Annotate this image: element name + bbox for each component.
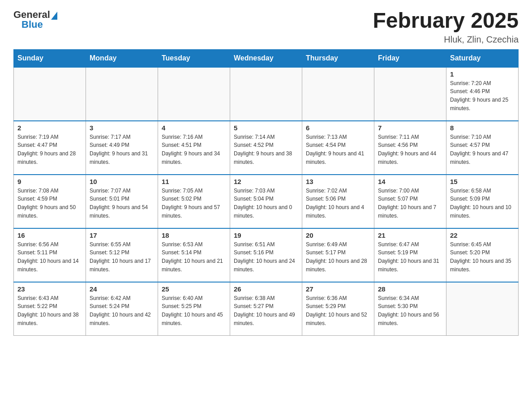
calendar-cell: 22Sunrise: 6:45 AMSunset: 5:20 PMDayligh… bbox=[446, 228, 519, 282]
calendar-cell: 1Sunrise: 7:20 AMSunset: 4:46 PMDaylight… bbox=[446, 67, 519, 121]
day-info: Sunrise: 7:16 AMSunset: 4:51 PMDaylight:… bbox=[162, 133, 226, 166]
day-info: Sunrise: 7:14 AMSunset: 4:52 PMDaylight:… bbox=[234, 133, 298, 166]
day-number: 27 bbox=[306, 285, 370, 293]
calendar-cell: 19Sunrise: 6:51 AMSunset: 5:16 PMDayligh… bbox=[230, 228, 302, 282]
day-number: 6 bbox=[306, 124, 370, 132]
calendar-cell: 7Sunrise: 7:11 AMSunset: 4:56 PMDaylight… bbox=[374, 121, 446, 175]
day-number: 17 bbox=[90, 231, 154, 239]
day-info: Sunrise: 6:38 AMSunset: 5:27 PMDaylight:… bbox=[234, 294, 298, 327]
month-title: February 2025 bbox=[373, 9, 519, 33]
column-header-wednesday: Wednesday bbox=[230, 49, 302, 67]
logo-triangle-icon bbox=[51, 12, 57, 20]
calendar-cell: 3Sunrise: 7:17 AMSunset: 4:49 PMDaylight… bbox=[86, 121, 158, 175]
day-number: 22 bbox=[450, 231, 515, 239]
day-info: Sunrise: 6:47 AMSunset: 5:19 PMDaylight:… bbox=[378, 240, 442, 274]
day-number: 2 bbox=[17, 124, 82, 132]
calendar-cell: 25Sunrise: 6:40 AMSunset: 5:25 PMDayligh… bbox=[158, 282, 230, 336]
column-header-tuesday: Tuesday bbox=[158, 49, 230, 67]
day-info: Sunrise: 6:36 AMSunset: 5:29 PMDaylight:… bbox=[306, 294, 370, 327]
calendar-cell bbox=[374, 67, 446, 121]
day-number: 21 bbox=[378, 231, 442, 239]
day-number: 26 bbox=[234, 285, 298, 293]
calendar-cell: 15Sunrise: 6:58 AMSunset: 5:09 PMDayligh… bbox=[446, 175, 519, 228]
calendar-cell: 26Sunrise: 6:38 AMSunset: 5:27 PMDayligh… bbox=[230, 282, 302, 336]
day-info: Sunrise: 6:34 AMSunset: 5:30 PMDaylight:… bbox=[378, 294, 442, 327]
column-header-friday: Friday bbox=[374, 49, 446, 67]
day-info: Sunrise: 7:05 AMSunset: 5:02 PMDaylight:… bbox=[162, 187, 226, 220]
day-info: Sunrise: 7:20 AMSunset: 4:46 PMDaylight:… bbox=[450, 79, 515, 112]
day-info: Sunrise: 7:00 AMSunset: 5:07 PMDaylight:… bbox=[378, 187, 442, 220]
day-number: 14 bbox=[378, 178, 442, 185]
day-info: Sunrise: 6:43 AMSunset: 5:22 PMDaylight:… bbox=[17, 294, 82, 327]
day-number: 4 bbox=[162, 124, 226, 132]
day-info: Sunrise: 6:53 AMSunset: 5:14 PMDaylight:… bbox=[162, 240, 226, 274]
day-info: Sunrise: 6:51 AMSunset: 5:16 PMDaylight:… bbox=[234, 240, 298, 274]
day-info: Sunrise: 6:45 AMSunset: 5:20 PMDaylight:… bbox=[450, 240, 515, 274]
calendar-cell: 11Sunrise: 7:05 AMSunset: 5:02 PMDayligh… bbox=[158, 175, 230, 228]
calendar-cell: 10Sunrise: 7:07 AMSunset: 5:01 PMDayligh… bbox=[86, 175, 158, 228]
week-row-4: 16Sunrise: 6:56 AMSunset: 5:11 PMDayligh… bbox=[14, 228, 519, 282]
day-number: 25 bbox=[162, 285, 226, 293]
calendar-cell: 2Sunrise: 7:19 AMSunset: 4:47 PMDaylight… bbox=[14, 121, 86, 175]
day-info: Sunrise: 6:42 AMSunset: 5:24 PMDaylight:… bbox=[90, 294, 154, 327]
calendar-cell: 21Sunrise: 6:47 AMSunset: 5:19 PMDayligh… bbox=[374, 228, 446, 282]
week-row-3: 9Sunrise: 7:08 AMSunset: 4:59 PMDaylight… bbox=[14, 175, 519, 228]
calendar-cell: 6Sunrise: 7:13 AMSunset: 4:54 PMDaylight… bbox=[302, 121, 374, 175]
day-info: Sunrise: 7:11 AMSunset: 4:56 PMDaylight:… bbox=[378, 133, 442, 166]
calendar-cell bbox=[158, 67, 230, 121]
page-header: General Blue February 2025 Hluk, Zlin, C… bbox=[13, 9, 519, 45]
day-info: Sunrise: 7:03 AMSunset: 5:04 PMDaylight:… bbox=[234, 187, 298, 220]
day-number: 3 bbox=[90, 124, 154, 132]
day-info: Sunrise: 7:02 AMSunset: 5:06 PMDaylight:… bbox=[306, 187, 370, 220]
calendar-cell: 16Sunrise: 6:56 AMSunset: 5:11 PMDayligh… bbox=[14, 228, 86, 282]
day-info: Sunrise: 7:13 AMSunset: 4:54 PMDaylight:… bbox=[306, 133, 370, 166]
calendar-cell bbox=[14, 67, 86, 121]
day-number: 9 bbox=[17, 178, 82, 185]
day-info: Sunrise: 7:10 AMSunset: 4:57 PMDaylight:… bbox=[450, 133, 515, 166]
day-info: Sunrise: 7:19 AMSunset: 4:47 PMDaylight:… bbox=[17, 133, 82, 166]
logo-blue-text: Blue bbox=[21, 19, 43, 30]
day-number: 24 bbox=[90, 285, 154, 293]
calendar-cell: 23Sunrise: 6:43 AMSunset: 5:22 PMDayligh… bbox=[14, 282, 86, 336]
title-section: February 2025 Hluk, Zlin, Czechia bbox=[373, 9, 519, 45]
column-header-thursday: Thursday bbox=[302, 49, 374, 67]
day-number: 20 bbox=[306, 231, 370, 239]
day-number: 28 bbox=[378, 285, 442, 293]
week-row-1: 1Sunrise: 7:20 AMSunset: 4:46 PMDaylight… bbox=[14, 67, 519, 121]
calendar-cell: 8Sunrise: 7:10 AMSunset: 4:57 PMDaylight… bbox=[446, 121, 519, 175]
day-info: Sunrise: 6:56 AMSunset: 5:11 PMDaylight:… bbox=[17, 240, 82, 274]
column-header-saturday: Saturday bbox=[446, 49, 519, 67]
calendar-cell: 9Sunrise: 7:08 AMSunset: 4:59 PMDaylight… bbox=[14, 175, 86, 228]
calendar-cell: 24Sunrise: 6:42 AMSunset: 5:24 PMDayligh… bbox=[86, 282, 158, 336]
location: Hluk, Zlin, Czechia bbox=[373, 34, 519, 45]
column-header-sunday: Sunday bbox=[14, 49, 86, 67]
calendar-cell bbox=[446, 282, 519, 336]
calendar-cell: 28Sunrise: 6:34 AMSunset: 5:30 PMDayligh… bbox=[374, 282, 446, 336]
column-header-monday: Monday bbox=[86, 49, 158, 67]
day-number: 11 bbox=[162, 178, 226, 185]
day-number: 13 bbox=[306, 178, 370, 185]
day-number: 8 bbox=[450, 124, 515, 132]
day-number: 23 bbox=[17, 285, 82, 293]
day-number: 16 bbox=[17, 231, 82, 239]
logo: General Blue bbox=[13, 9, 58, 30]
calendar-table: SundayMondayTuesdayWednesdayThursdayFrid… bbox=[13, 49, 519, 336]
calendar-cell: 20Sunrise: 6:49 AMSunset: 5:17 PMDayligh… bbox=[302, 228, 374, 282]
calendar-cell: 17Sunrise: 6:55 AMSunset: 5:12 PMDayligh… bbox=[86, 228, 158, 282]
day-info: Sunrise: 7:07 AMSunset: 5:01 PMDaylight:… bbox=[90, 187, 154, 220]
calendar-cell: 5Sunrise: 7:14 AMSunset: 4:52 PMDaylight… bbox=[230, 121, 302, 175]
calendar-cell: 27Sunrise: 6:36 AMSunset: 5:29 PMDayligh… bbox=[302, 282, 374, 336]
day-info: Sunrise: 6:40 AMSunset: 5:25 PMDaylight:… bbox=[162, 294, 226, 327]
day-number: 1 bbox=[450, 70, 515, 78]
calendar-cell bbox=[230, 67, 302, 121]
calendar-cell bbox=[302, 67, 374, 121]
week-row-2: 2Sunrise: 7:19 AMSunset: 4:47 PMDaylight… bbox=[14, 121, 519, 175]
calendar-cell: 14Sunrise: 7:00 AMSunset: 5:07 PMDayligh… bbox=[374, 175, 446, 228]
calendar-cell: 12Sunrise: 7:03 AMSunset: 5:04 PMDayligh… bbox=[230, 175, 302, 228]
day-number: 12 bbox=[234, 178, 298, 185]
calendar-cell: 13Sunrise: 7:02 AMSunset: 5:06 PMDayligh… bbox=[302, 175, 374, 228]
day-number: 19 bbox=[234, 231, 298, 239]
calendar-cell: 4Sunrise: 7:16 AMSunset: 4:51 PMDaylight… bbox=[158, 121, 230, 175]
calendar-cell bbox=[86, 67, 158, 121]
day-number: 5 bbox=[234, 124, 298, 132]
